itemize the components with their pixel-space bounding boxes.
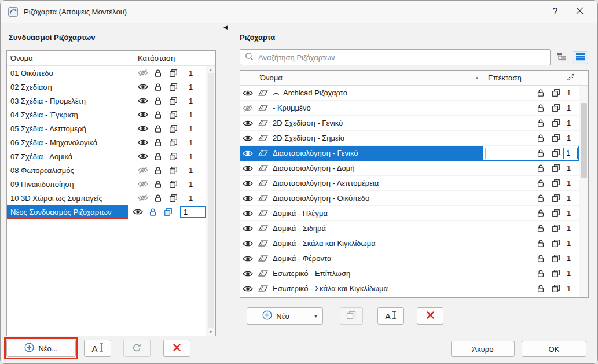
duplicate-icon[interactable]: [548, 179, 563, 187]
lock-icon[interactable]: [533, 194, 548, 203]
visible-eye-icon[interactable]: [135, 153, 151, 160]
layer-combination-row[interactable]: 10 3D Χώροι ως Συμπαγείς1: [7, 191, 206, 205]
search-input[interactable]: [258, 53, 545, 62]
lock-icon[interactable]: [533, 104, 548, 112]
hidden-eye-icon[interactable]: [135, 181, 151, 187]
visible-eye-icon[interactable]: [240, 210, 255, 217]
lock-icon[interactable]: [533, 89, 548, 97]
duplicate-layer-button[interactable]: [340, 307, 363, 325]
duplicate-icon[interactable]: [166, 152, 181, 161]
layer-name[interactable]: Δομικά - Σιδηρά: [270, 224, 483, 233]
layers-scrollbar[interactable]: [579, 86, 588, 297]
rename-combination-button[interactable]: A: [84, 340, 111, 357]
visible-eye-icon[interactable]: [240, 240, 255, 247]
new-combination-button[interactable]: Νέο...: [6, 340, 76, 357]
combination-name[interactable]: 05 Σχέδια - Λεπτομερή: [7, 122, 133, 135]
update-combination-button[interactable]: [123, 340, 151, 357]
visible-eye-icon[interactable]: [240, 255, 255, 262]
layer-combination-row[interactable]: 02 Σχεδίαση1: [7, 80, 206, 94]
lock-icon[interactable]: [533, 209, 548, 218]
duplicate-icon[interactable]: [548, 194, 563, 203]
layer-name[interactable]: - Κρυμμένο: [270, 104, 483, 112]
layer-name[interactable]: Δομικά - Φέροντα: [270, 254, 483, 263]
cancel-button[interactable]: Άκυρο: [451, 341, 515, 357]
scrollbar-thumb[interactable]: [581, 103, 587, 178]
lock-icon[interactable]: [533, 149, 548, 157]
duplicate-icon[interactable]: [548, 164, 563, 172]
layer-row[interactable]: Διαστασιολόγηση - Γενικό1: [240, 146, 579, 161]
help-button[interactable]: ?: [543, 3, 567, 20]
duplicate-icon[interactable]: [548, 224, 563, 233]
layer-combination-row[interactable]: 05 Σχέδια - Λεπτομερή1: [7, 122, 206, 135]
column-header-pen-set[interactable]: [563, 71, 579, 85]
scroll-up-icon[interactable]: ▲: [209, 68, 213, 72]
column-header-lock[interactable]: [533, 71, 548, 85]
layer-row[interactable]: Εσωτερικό - Επίπλωση1: [240, 266, 579, 281]
column-header-layer-name[interactable]: Όνομα▲: [255, 71, 483, 85]
layer-row[interactable]: Εσωτερικό - Σκάλα και Κιγκλίδωμα1: [240, 281, 579, 296]
visible-eye-icon[interactable]: [240, 180, 255, 187]
column-header-duplicate[interactable]: [548, 71, 563, 85]
hidden-eye-icon[interactable]: [135, 167, 151, 174]
lock-icon[interactable]: [151, 124, 166, 133]
visible-eye-icon[interactable]: [135, 97, 151, 104]
layer-name[interactable]: Διαστασιολόγηση - Οικόπεδο: [270, 194, 483, 203]
visible-eye-icon[interactable]: [240, 120, 255, 127]
column-header-extension[interactable]: Επέκταση: [483, 71, 533, 85]
lock-icon[interactable]: [151, 180, 166, 189]
duplicate-icon[interactable]: [160, 208, 175, 216]
layer-row[interactable]: Δομικά - Σκάλα και Κιγκλίδωμα1: [240, 236, 579, 251]
lock-icon[interactable]: [533, 269, 548, 278]
combination-name[interactable]: 01 Οικόπεδο: [7, 66, 133, 80]
rename-layer-button[interactable]: A: [377, 307, 404, 325]
lock-icon[interactable]: [151, 152, 166, 161]
visible-eye-icon[interactable]: [240, 165, 255, 172]
lock-icon[interactable]: [533, 284, 548, 293]
layer-name[interactable]: Δομικά - Πλέγμα: [270, 209, 483, 218]
tree-view-button[interactable]: [554, 51, 570, 64]
duplicate-icon[interactable]: [548, 209, 563, 218]
combination-name[interactable]: 08 Φωτορεαλισμός: [7, 163, 133, 177]
lock-icon[interactable]: [533, 179, 548, 187]
new-layer-split-button[interactable]: Νέο ▼: [247, 307, 323, 325]
visible-eye-icon[interactable]: [135, 139, 151, 146]
duplicate-icon[interactable]: [548, 269, 563, 278]
duplicate-icon[interactable]: [548, 149, 563, 157]
layer-name[interactable]: 2D Σχεδίαση - Γενικό: [270, 119, 483, 127]
layer-row[interactable]: Δομικά - Φέροντα1: [240, 251, 579, 266]
layer-row[interactable]: Δομικά - Σιδηρά1: [240, 221, 579, 236]
intersection-group-field[interactable]: 1: [180, 206, 206, 218]
combination-name[interactable]: 04 Σχέδια - Έγκριση: [7, 108, 133, 122]
duplicate-icon[interactable]: [166, 194, 181, 203]
ok-button[interactable]: OK: [522, 341, 586, 357]
visible-eye-icon[interactable]: [240, 195, 255, 202]
visible-eye-icon[interactable]: [130, 208, 145, 215]
visible-eye-icon[interactable]: [240, 225, 255, 232]
duplicate-icon[interactable]: [166, 97, 181, 105]
hidden-eye-icon[interactable]: [135, 194, 151, 201]
lock-icon[interactable]: [533, 254, 548, 263]
visible-eye-icon[interactable]: [135, 111, 151, 118]
layer-row[interactable]: 2D Σχεδίαση - Σημείο1: [240, 131, 579, 146]
visible-eye-icon[interactable]: [240, 285, 255, 292]
lock-icon[interactable]: [533, 119, 548, 127]
combination-name[interactable]: Νέος Συνδυασμός Ριζόχαρτων: [7, 205, 128, 219]
layer-name[interactable]: Διαστασιολόγηση - Λεπτομέρεια: [270, 179, 483, 187]
new-layer-dropdown-arrow[interactable]: ▼: [309, 308, 322, 324]
layer-row[interactable]: Δομικά - Πλέγμα1: [240, 206, 579, 221]
layer-name[interactable]: Archicad Ριζόχαρτο: [270, 89, 483, 97]
lock-icon[interactable]: [145, 208, 160, 216]
hidden-eye-icon[interactable]: [135, 69, 151, 76]
duplicate-icon[interactable]: [166, 111, 181, 119]
duplicate-icon[interactable]: [166, 124, 181, 133]
layer-row[interactable]: Διαστασιολόγηση - Δομή1: [240, 161, 579, 176]
duplicate-icon[interactable]: [548, 89, 563, 97]
combination-name[interactable]: 03 Σχέδια - Προμελέτη: [7, 94, 133, 108]
lock-icon[interactable]: [151, 83, 166, 91]
layer-combination-row[interactable]: 08 Φωτορεαλισμός1: [7, 163, 206, 177]
lock-icon[interactable]: [151, 138, 166, 147]
layer-row[interactable]: - Κρυμμένο1: [240, 101, 579, 116]
extension-edit-input[interactable]: [485, 148, 531, 159]
duplicate-icon[interactable]: [548, 254, 563, 263]
panel-splitter-icon[interactable]: ◀: [223, 25, 228, 30]
